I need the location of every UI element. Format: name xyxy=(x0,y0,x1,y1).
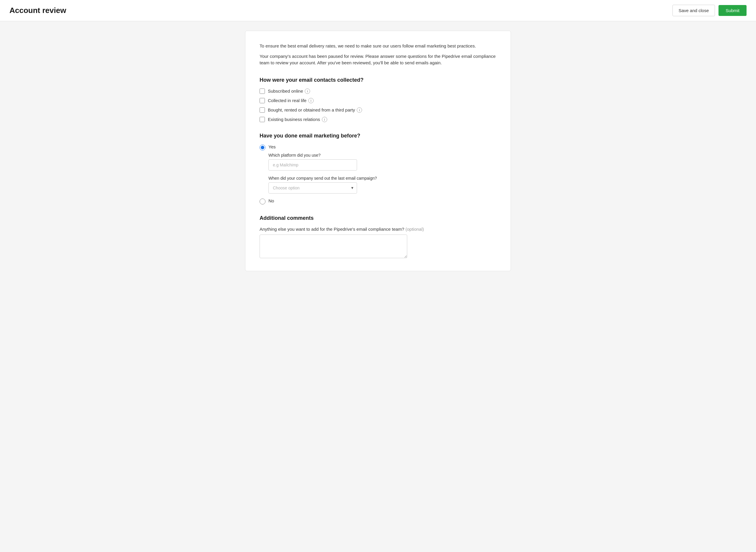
radio-yes-input[interactable] xyxy=(259,145,265,150)
section-email-marketing-title: Have you done email marketing before? xyxy=(259,133,497,139)
section-contacts-title: How were your email contacts collected? xyxy=(259,77,497,83)
checkbox-existing-business-input[interactable] xyxy=(259,117,265,122)
checkbox-group: Subscribed online i Collected in real li… xyxy=(259,89,497,122)
checkbox-collected-real-life: Collected in real life i xyxy=(259,98,497,103)
section-contacts: How were your email contacts collected? … xyxy=(259,77,497,122)
campaign-field-label: When did your company send out the last … xyxy=(268,176,497,180)
additional-comments-title: Additional comments xyxy=(259,215,497,221)
campaign-select[interactable]: Choose option Last week Last month Last … xyxy=(268,182,357,193)
save-close-button[interactable]: Save and close xyxy=(672,5,715,16)
radio-group: Yes Which platform did you use? When did… xyxy=(259,144,497,204)
radio-no-label: No xyxy=(268,198,274,203)
comments-textarea[interactable] xyxy=(259,235,407,258)
sub-fields-yes: Which platform did you use? When did you… xyxy=(268,153,497,193)
checkbox-bought-rented-label: Bought, rented or obtained from a third … xyxy=(268,107,362,113)
textarea-label-wrapper: Anything else you want to add for the Pi… xyxy=(259,227,497,232)
optional-text: (optional) xyxy=(406,227,424,232)
platform-field: Which platform did you use? xyxy=(268,153,497,170)
info-icon-subscribed: i xyxy=(305,89,310,94)
checkbox-subscribed-online: Subscribed online i xyxy=(259,89,497,94)
platform-field-label: Which platform did you use? xyxy=(268,153,497,157)
section-additional-comments: Additional comments Anything else you wa… xyxy=(259,215,497,259)
page-title: Account review xyxy=(9,6,66,15)
info-icon-collected: i xyxy=(308,98,314,103)
platform-input[interactable] xyxy=(268,159,357,170)
info-icon-bought: i xyxy=(357,107,362,113)
radio-no-input[interactable] xyxy=(259,198,265,204)
checkbox-existing-business-label: Existing business relations i xyxy=(268,117,327,122)
checkbox-bought-rented-input[interactable] xyxy=(259,107,265,113)
checkbox-collected-real-life-input[interactable] xyxy=(259,98,265,103)
checkbox-bought-rented: Bought, rented or obtained from a third … xyxy=(259,107,497,113)
textarea-label: Anything else you want to add for the Pi… xyxy=(259,227,497,232)
intro-line2: Your company's account has been paused f… xyxy=(259,53,497,66)
section-email-marketing: Have you done email marketing before? Ye… xyxy=(259,133,497,204)
campaign-field: When did your company send out the last … xyxy=(268,176,497,193)
form-card: To ensure the best email delivery rates,… xyxy=(245,31,511,271)
checkbox-collected-real-life-label: Collected in real life i xyxy=(268,98,314,103)
radio-no-item: No xyxy=(259,198,497,204)
checkbox-subscribed-online-input[interactable] xyxy=(259,89,265,94)
main-content: To ensure the best email delivery rates,… xyxy=(0,21,756,281)
checkbox-existing-business: Existing business relations i xyxy=(259,117,497,122)
campaign-select-wrapper: Choose option Last week Last month Last … xyxy=(268,182,357,193)
submit-button[interactable]: Submit xyxy=(719,5,747,16)
info-icon-existing: i xyxy=(322,117,327,122)
intro-line1: To ensure the best email delivery rates,… xyxy=(259,43,497,49)
radio-yes-container: Yes Which platform did you use? When did… xyxy=(259,144,497,193)
checkbox-subscribed-online-label: Subscribed online i xyxy=(268,89,310,94)
header-actions: Save and close Submit xyxy=(672,5,747,16)
radio-yes-item: Yes xyxy=(259,144,497,150)
header: Account review Save and close Submit xyxy=(0,0,756,21)
radio-yes-label: Yes xyxy=(268,144,276,149)
